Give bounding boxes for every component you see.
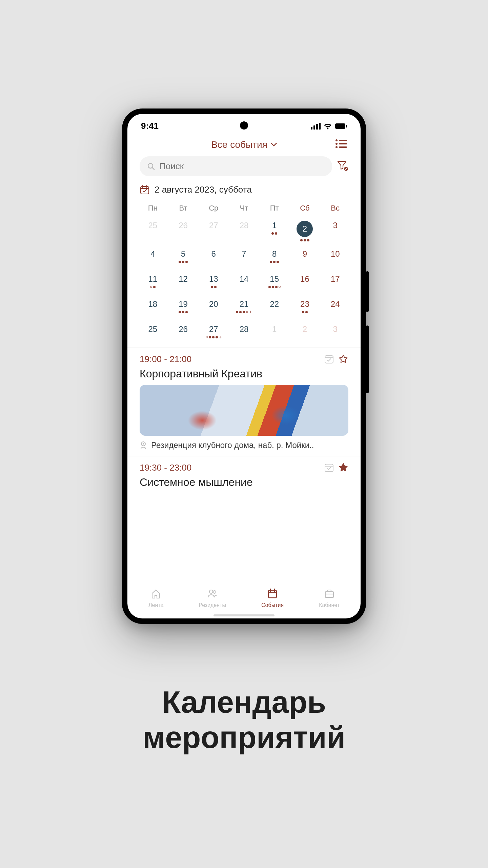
day-number: 14 xyxy=(240,274,249,284)
day-number: 2 xyxy=(297,221,313,237)
calendar-day[interactable]: 1 xyxy=(259,321,290,344)
calendar-day[interactable]: 6 xyxy=(198,246,229,269)
weekday-label: Пн xyxy=(138,201,168,215)
filter-button[interactable] xyxy=(337,160,348,173)
search-input[interactable] xyxy=(159,161,325,172)
day-number: 3 xyxy=(333,324,337,334)
svg-rect-1 xyxy=(346,125,347,127)
svg-rect-5 xyxy=(339,143,347,144)
calendar-day[interactable]: 17 xyxy=(320,271,350,294)
calendar-day[interactable]: 3 xyxy=(320,217,350,244)
nav-feed[interactable]: Лента xyxy=(148,588,163,608)
calendar-day[interactable]: 14 xyxy=(229,271,259,294)
events-filter-dropdown[interactable]: Все события xyxy=(211,139,277,150)
calendar-day[interactable]: 2 xyxy=(290,321,320,344)
calendar-day[interactable]: 25 xyxy=(138,321,168,344)
day-number: 26 xyxy=(179,221,188,230)
calendar-day[interactable]: 5 xyxy=(168,246,199,269)
svg-point-22 xyxy=(213,591,216,593)
event-dots: + xyxy=(206,335,222,339)
nav-cabinet-icon xyxy=(324,588,335,601)
day-number: 5 xyxy=(181,249,185,259)
calendar-day[interactable]: 3 xyxy=(320,321,350,344)
day-number: 10 xyxy=(331,249,340,259)
calendar-day[interactable]: 13 xyxy=(198,271,229,294)
calendar-day[interactable]: 27+ xyxy=(198,321,229,344)
calendar-day[interactable]: 16 xyxy=(290,271,320,294)
calendar-day[interactable]: 27 xyxy=(198,217,229,244)
nav-events[interactable]: События xyxy=(261,588,284,608)
day-number: 22 xyxy=(270,299,279,309)
event-time: 19:00 - 21:00 xyxy=(140,354,191,364)
favorite-button[interactable] xyxy=(338,354,348,366)
calendar-day[interactable]: 4 xyxy=(138,246,168,269)
event-dots: + xyxy=(236,310,252,314)
svg-rect-11 xyxy=(141,186,149,194)
event-image xyxy=(140,385,348,436)
event-card[interactable]: 19:00 - 21:00Корпоративный КреативРезиде… xyxy=(127,348,361,456)
svg-point-6 xyxy=(336,146,338,148)
battery-icon xyxy=(335,123,347,129)
svg-rect-19 xyxy=(325,464,333,472)
svg-point-18 xyxy=(143,443,144,445)
svg-point-21 xyxy=(209,590,213,593)
nav-residents-icon xyxy=(207,588,218,601)
day-number: 9 xyxy=(303,249,307,259)
calendar-day[interactable]: 23 xyxy=(290,296,320,319)
location-icon xyxy=(140,441,147,450)
day-number: 27 xyxy=(209,221,218,230)
nav-cabinet[interactable]: Кабинет xyxy=(319,588,340,608)
calendar-day[interactable]: 19 xyxy=(168,296,199,319)
event-time: 19:30 - 23:00 xyxy=(140,462,191,473)
day-number: 7 xyxy=(242,249,246,259)
day-number: 6 xyxy=(211,249,216,259)
day-number: 4 xyxy=(150,249,155,259)
weekday-label: Вс xyxy=(320,201,350,215)
calendar-day[interactable]: 9 xyxy=(290,246,320,269)
calendar-day[interactable]: 11 xyxy=(138,271,168,294)
calendar-day[interactable]: 26 xyxy=(168,321,199,344)
camera-cutout xyxy=(240,121,248,130)
calendar-day[interactable]: 15 xyxy=(259,271,290,294)
add-to-calendar-button[interactable] xyxy=(324,354,334,366)
dropdown-label: Все события xyxy=(211,139,267,150)
events-list: 19:00 - 21:00Корпоративный КреативРезиде… xyxy=(127,348,361,583)
add-to-calendar-button[interactable] xyxy=(324,462,334,474)
event-dots xyxy=(300,238,309,242)
search-box[interactable] xyxy=(140,156,332,176)
bottom-nav: ЛентаРезидентыСобытияКабинет xyxy=(127,583,361,611)
favorite-button[interactable] xyxy=(338,462,348,474)
day-number: 25 xyxy=(148,324,158,334)
calendar-day[interactable]: 18 xyxy=(138,296,168,319)
calendar-day[interactable]: 25 xyxy=(138,217,168,244)
nav-residents[interactable]: Резиденты xyxy=(199,588,226,608)
calendar-day[interactable]: 22 xyxy=(259,296,290,319)
calendar-day[interactable]: 26 xyxy=(168,217,199,244)
chevron-down-icon xyxy=(271,143,277,147)
event-card[interactable]: 19:30 - 23:00Системное мышление xyxy=(127,456,361,489)
calendar-day[interactable]: 8 xyxy=(259,246,290,269)
calendar-day[interactable]: 28 xyxy=(229,217,259,244)
calendar-day[interactable]: 2 xyxy=(290,217,320,244)
phone-frame: 9:41 Все события xyxy=(122,108,366,624)
calendar-day[interactable]: 28 xyxy=(229,321,259,344)
svg-rect-23 xyxy=(268,590,277,598)
calendar-day[interactable]: 10 xyxy=(320,246,350,269)
calendar-grid: ПнВтСрЧтПтСбВс 2526272812345678910111213… xyxy=(127,201,361,348)
svg-rect-3 xyxy=(339,140,347,141)
svg-point-2 xyxy=(336,139,338,141)
calendar-day[interactable]: 1 xyxy=(259,217,290,244)
list-view-button[interactable] xyxy=(336,139,347,150)
event-dots xyxy=(179,260,188,263)
calendar-day[interactable]: 12 xyxy=(168,271,199,294)
date-row: 2 августа 2023, суббота xyxy=(127,182,361,201)
nav-label: Резиденты xyxy=(199,602,226,608)
calendar-day[interactable]: 7 xyxy=(229,246,259,269)
day-number: 26 xyxy=(179,324,188,334)
event-dots xyxy=(150,285,156,289)
event-title: Корпоративный Креатив xyxy=(140,368,348,380)
calendar-day[interactable]: 21+ xyxy=(229,296,259,319)
calendar-day[interactable]: 20 xyxy=(198,296,229,319)
calendar-day[interactable]: 24 xyxy=(320,296,350,319)
svg-rect-15 xyxy=(325,356,333,363)
